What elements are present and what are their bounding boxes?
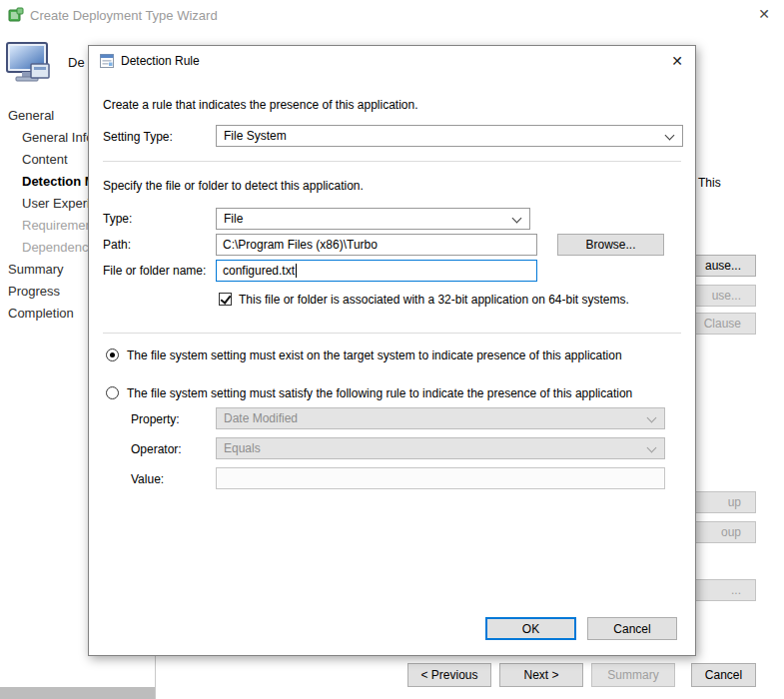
chevron-down-icon xyxy=(647,413,657,423)
sidebar-item-summary[interactable]: Summary xyxy=(8,262,64,277)
section-separator xyxy=(103,333,681,334)
text-caret xyxy=(296,264,297,278)
rule-satisfy-label: The file system setting must satisfy the… xyxy=(127,386,632,400)
operator-label: Operator: xyxy=(131,442,182,456)
sidebar-item-completion: Completion xyxy=(8,306,74,321)
sidebar-item-general[interactable]: General xyxy=(8,108,54,123)
sidebar-item-user-experience[interactable]: User Experie xyxy=(22,196,97,211)
property-label: Property: xyxy=(131,412,180,426)
property-select: Date Modified xyxy=(216,407,665,429)
dialog-cancel-button[interactable]: Cancel xyxy=(587,617,677,640)
next-button[interactable]: Next > xyxy=(499,663,583,687)
wizard-app-icon xyxy=(8,7,24,23)
chevron-down-icon xyxy=(665,131,675,141)
dialog-close-icon[interactable]: ✕ xyxy=(671,53,683,69)
chevron-down-icon xyxy=(512,214,522,224)
chevron-down-icon xyxy=(647,443,657,453)
sidebar-item-general-information[interactable]: General Info xyxy=(22,130,94,145)
detection-rule-dialog: Detection Rule ✕ Create a rule that indi… xyxy=(88,45,696,656)
ok-button[interactable]: OK xyxy=(485,617,576,640)
summary-button: Summary xyxy=(591,663,675,687)
background-text-fragment: This xyxy=(698,176,721,190)
value-input xyxy=(216,467,665,489)
window-close-icon[interactable]: ✕ xyxy=(758,6,770,22)
dialog-intro-text: Create a rule that indicates the presenc… xyxy=(103,98,418,112)
wizard-heading-partial: De xyxy=(68,55,85,70)
path-input[interactable]: C:\Program Files (x86)\Turbo xyxy=(216,234,537,256)
specify-text: Specify the file or folder to detect thi… xyxy=(103,179,364,193)
assoc-32bit-label: This file or folder is associated with a… xyxy=(239,293,629,307)
browse-button[interactable]: Browse... xyxy=(557,234,664,256)
sidebar-item-content[interactable]: Content xyxy=(22,152,68,167)
window-title: Create Deployment Type Wizard xyxy=(30,8,218,23)
rule-satisfy-radio[interactable] xyxy=(106,386,119,399)
operator-select: Equals xyxy=(216,437,665,459)
operator-value: Equals xyxy=(224,441,261,455)
sidebar-item-detection-method[interactable]: Detection M xyxy=(22,174,96,189)
path-value: C:\Program Files (x86)\Turbo xyxy=(223,238,378,252)
assoc-32bit-checkbox[interactable] xyxy=(219,293,232,306)
rule-exist-label: The file system setting must exist on th… xyxy=(127,349,622,362)
type-label: Type: xyxy=(103,212,132,226)
detection-rule-dialog-icon xyxy=(99,53,115,69)
path-label: Path: xyxy=(103,238,131,252)
type-select[interactable]: File xyxy=(216,208,530,230)
dialog-title: Detection Rule xyxy=(121,54,200,68)
type-value: File xyxy=(224,212,243,226)
file-name-value: configured.txt xyxy=(223,264,295,278)
section-separator xyxy=(103,161,681,162)
window-titlebar: Create Deployment Type Wizard ✕ xyxy=(0,0,784,30)
sidebar-item-dependencies: Dependenc xyxy=(22,240,89,255)
application-icon xyxy=(5,40,53,90)
window-bottom-strip xyxy=(0,687,155,699)
sidebar-item-progress: Progress xyxy=(8,284,60,299)
setting-type-value: File System xyxy=(224,129,287,143)
previous-button[interactable]: < Previous xyxy=(407,663,491,687)
file-name-input[interactable]: configured.txt xyxy=(216,260,537,282)
rule-exist-radio[interactable] xyxy=(106,349,119,361)
value-label: Value: xyxy=(131,472,164,486)
file-name-label: File or folder name: xyxy=(103,264,206,278)
property-value: Date Modified xyxy=(224,411,298,425)
dialog-titlebar: Detection Rule ✕ xyxy=(89,46,695,76)
setting-type-select[interactable]: File System xyxy=(216,125,683,147)
sidebar-item-requirements: Requiremen xyxy=(22,218,93,233)
setting-type-label: Setting Type: xyxy=(103,130,173,144)
wizard-cancel-button[interactable]: Cancel xyxy=(691,663,756,687)
